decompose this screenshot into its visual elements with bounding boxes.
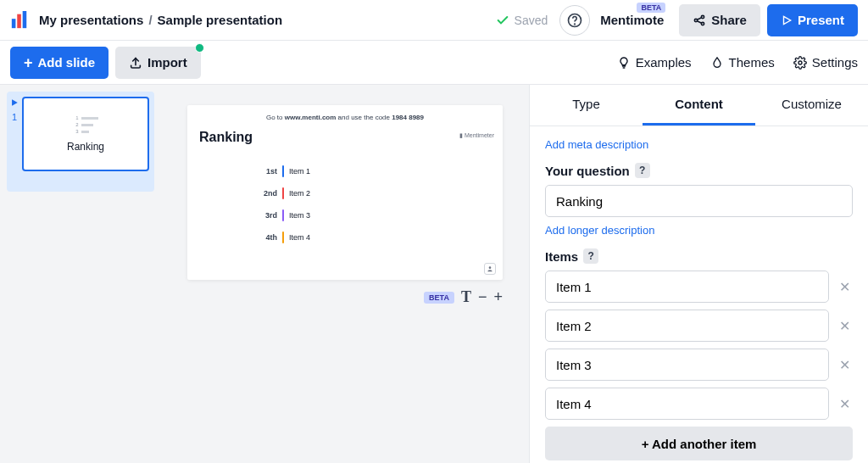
text-tool-button[interactable]: T	[461, 288, 471, 306]
play-icon	[10, 98, 19, 107]
help-icon[interactable]: ?	[583, 248, 598, 264]
rank-ordinal: 3rd	[259, 211, 277, 220]
presenter-icon[interactable]	[484, 263, 496, 275]
present-button[interactable]: Present	[767, 4, 858, 36]
svg-point-12	[798, 61, 802, 64]
check-icon	[496, 14, 509, 27]
item-input[interactable]	[545, 388, 829, 420]
header-bar: My presentations / Sample presentation S…	[0, 0, 868, 41]
slide-title: Ranking	[199, 130, 491, 145]
play-icon	[781, 14, 793, 26]
svg-rect-2	[23, 11, 27, 28]
rank-ordinal: 2nd	[259, 189, 277, 198]
item-row: ✕	[545, 349, 853, 381]
import-button[interactable]: Import	[115, 47, 201, 79]
rank-bar	[282, 187, 284, 199]
remove-item-button[interactable]: ✕	[836, 396, 853, 412]
add-slide-button[interactable]: + Add slide	[10, 47, 108, 79]
toolbar: + Add slide Import Examples Themes Setti…	[0, 41, 868, 85]
brand-mark: ▮ Mentimeter	[459, 132, 494, 139]
breadcrumb: My presentations / Sample presentation	[39, 13, 282, 27]
edit-panel: Type Content Customize Add meta descript…	[529, 85, 868, 463]
ranking-icon: 1 2 3	[74, 115, 98, 134]
remove-item-button[interactable]: ✕	[836, 318, 853, 334]
svg-line-8	[698, 17, 702, 20]
svg-point-14	[489, 266, 492, 269]
beta-badge: BETA	[424, 292, 454, 304]
save-status: Saved	[496, 14, 548, 27]
ranking-list: 1stItem 12ndItem 23rdItem 34thItem 4	[259, 165, 491, 243]
help-icon[interactable]: ?	[635, 163, 650, 178]
rank-row: 1stItem 1	[259, 165, 491, 177]
upload-icon	[129, 56, 142, 70]
add-meta-description-link[interactable]: Add meta description	[545, 138, 853, 151]
item-input[interactable]	[545, 310, 829, 342]
minus-button[interactable]: −	[478, 288, 487, 306]
join-instruction: Go to www.menti.com and use the code 198…	[199, 114, 491, 121]
svg-line-9	[698, 20, 702, 23]
rank-item-label: Item 3	[289, 211, 310, 220]
svg-marker-13	[12, 99, 18, 106]
question-label: Your question ?	[545, 163, 853, 178]
items-label: Items ?	[545, 248, 853, 264]
remove-item-button[interactable]: ✕	[836, 279, 853, 295]
plus-icon: +	[24, 55, 33, 70]
item-input[interactable]	[545, 271, 829, 303]
mentimote-link[interactable]: BETA Mentimote	[600, 13, 664, 27]
gear-icon	[793, 56, 807, 70]
lightbulb-icon	[617, 56, 631, 70]
svg-rect-0	[12, 19, 16, 28]
add-longer-description-link[interactable]: Add longer description	[545, 224, 853, 237]
notification-dot-icon	[195, 43, 204, 53]
item-input[interactable]	[545, 349, 829, 381]
slide-thumbnail[interactable]: 1 1 2 3 Ranking	[7, 92, 154, 192]
svg-marker-10	[783, 16, 790, 24]
rank-bar	[282, 165, 284, 177]
slide-number: 1	[12, 112, 17, 122]
slide-canvas: Go to www.menti.com and use the code 198…	[161, 85, 529, 463]
slide-thumbnail-panel: 1 1 2 3 Ranking	[0, 85, 161, 463]
remove-item-button[interactable]: ✕	[836, 357, 853, 373]
themes-button[interactable]: Themes	[710, 55, 775, 70]
beta-badge: BETA	[637, 3, 665, 13]
breadcrumb-current[interactable]: Sample presentation	[158, 13, 283, 27]
slide-tools: BETA T − +	[187, 288, 503, 306]
question-input[interactable]	[545, 185, 853, 217]
breadcrumb-root[interactable]: My presentations	[39, 13, 143, 27]
thumbnail-preview: 1 2 3 Ranking	[22, 97, 149, 171]
share-button[interactable]: Share	[679, 4, 760, 36]
rank-item-label: Item 2	[289, 189, 310, 198]
tab-content[interactable]: Content	[643, 85, 755, 126]
droplet-icon	[710, 56, 724, 70]
share-icon	[693, 14, 706, 27]
rank-row: 3rdItem 3	[259, 209, 491, 221]
rank-item-label: Item 4	[289, 233, 310, 242]
rank-ordinal: 1st	[259, 167, 277, 176]
examples-button[interactable]: Examples	[617, 55, 692, 70]
rank-bar	[282, 209, 284, 221]
slide-preview[interactable]: Go to www.menti.com and use the code 198…	[187, 105, 503, 280]
rank-ordinal: 4th	[259, 233, 277, 242]
item-row: ✕	[545, 271, 853, 303]
plus-button[interactable]: +	[493, 288, 503, 306]
thumbnail-title: Ranking	[67, 141, 104, 153]
rank-item-label: Item 1	[289, 167, 310, 176]
rank-bar	[282, 232, 284, 243]
settings-button[interactable]: Settings	[793, 55, 858, 70]
svg-rect-1	[17, 14, 21, 27]
tab-type[interactable]: Type	[530, 85, 643, 126]
breadcrumb-separator: /	[148, 13, 152, 27]
item-row: ✕	[545, 388, 853, 420]
add-another-item-button[interactable]: + Add another item	[545, 427, 853, 460]
help-button[interactable]	[559, 5, 590, 36]
rank-row: 4thItem 4	[259, 232, 491, 243]
panel-tabs: Type Content Customize	[530, 85, 868, 126]
item-row: ✕	[545, 310, 853, 342]
svg-point-4	[575, 24, 576, 25]
rank-row: 2ndItem 2	[259, 187, 491, 199]
tab-customize[interactable]: Customize	[755, 85, 868, 126]
app-logo-icon	[10, 11, 29, 30]
save-status-label: Saved	[515, 14, 548, 27]
